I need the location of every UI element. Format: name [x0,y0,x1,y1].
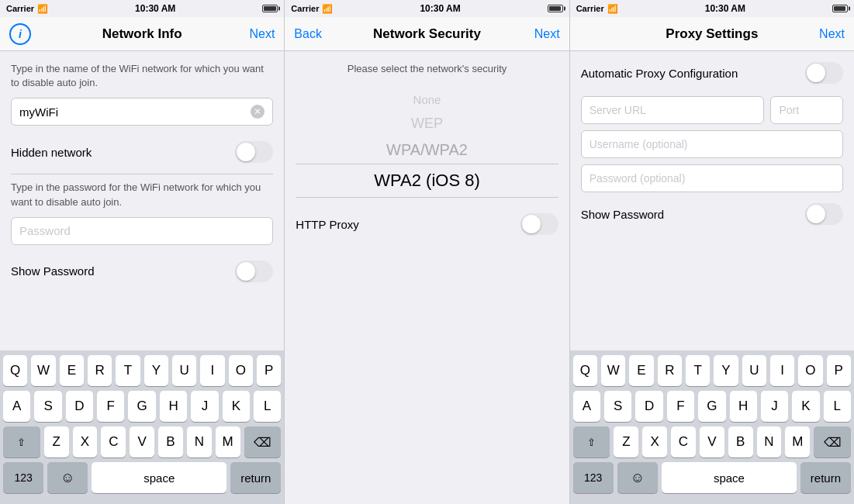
keyboard-row-2-1: A S D F G H J K L [3,391,281,422]
status-left-3: Carrier 📶 [576,4,618,14]
key-t-3[interactable]: T [686,355,710,386]
battery-fill-3 [834,6,845,11]
keyboard-row-3-3: ⇧ Z X C V B N M ⌫ [573,426,851,457]
key-numbers-1[interactable]: 123 [3,462,43,493]
auto-proxy-row: Automatic Proxy Configuration [581,62,843,84]
key-j-1[interactable]: J [191,391,218,422]
key-return-3[interactable]: return [800,462,851,493]
username-input[interactable] [590,138,835,150]
key-o-1[interactable]: O [229,355,253,386]
nav-right-2: Next [498,27,560,41]
server-url-input[interactable] [590,104,756,116]
key-f-3[interactable]: F [667,391,694,422]
key-v-3[interactable]: V [700,426,724,457]
http-proxy-toggle[interactable] [520,213,558,235]
key-e-3[interactable]: E [629,355,653,386]
key-l-3[interactable]: L [824,391,851,422]
key-b-3[interactable]: B [728,426,753,457]
key-x-3[interactable]: X [642,426,667,457]
hidden-network-toggle[interactable] [235,141,273,163]
key-s-3[interactable]: S [604,391,631,422]
key-o-3[interactable]: O [798,355,822,386]
key-r-3[interactable]: R [658,355,682,386]
key-f-1[interactable]: F [97,391,124,422]
key-w-1[interactable]: W [31,355,55,386]
show-password-row-1: Show Password [11,256,273,287]
key-y-1[interactable]: Y [144,355,168,386]
keyboard-row-1-3: Q W E R T Y U I O P [573,355,851,386]
key-p-1[interactable]: P [257,355,281,386]
key-t-1[interactable]: T [116,355,140,386]
key-q-1[interactable]: Q [3,355,27,386]
status-bar-3: Carrier 📶 10:30 AM [570,0,854,17]
key-c-3[interactable]: C [671,426,696,457]
status-bar-2: Carrier 📶 10:30 AM [285,0,569,17]
key-k-3[interactable]: K [792,391,819,422]
key-s-1[interactable]: S [34,391,61,422]
key-w-3[interactable]: W [601,355,625,386]
key-h-3[interactable]: H [730,391,757,422]
key-n-3[interactable]: N [757,426,782,457]
key-delete-3[interactable]: ⌫ [814,426,851,457]
key-c-1[interactable]: C [101,426,126,457]
port-input[interactable] [779,104,835,116]
show-password-toggle-3[interactable] [805,203,843,225]
key-p-3[interactable]: P [827,355,851,386]
security-wpa2[interactable]: WPA2 (iOS 8) [296,164,558,198]
auto-proxy-toggle[interactable] [805,62,843,84]
key-z-3[interactable]: Z [614,426,638,457]
key-m-3[interactable]: M [785,426,810,457]
clear-button-1[interactable]: ✕ [251,105,264,119]
key-b-1[interactable]: B [158,426,183,457]
security-wpa[interactable]: WPA/WPA2 [296,136,558,164]
password-input-1[interactable] [19,224,264,237]
key-a-1[interactable]: A [3,391,30,422]
security-description: Please select the network's security [296,62,558,76]
key-z-1[interactable]: Z [44,426,69,457]
security-wep[interactable]: WEP [296,111,558,136]
key-x-1[interactable]: X [73,426,98,457]
network-name-input[interactable] [19,105,251,119]
key-delete-1[interactable]: ⌫ [244,426,282,457]
security-none[interactable]: None [296,88,558,111]
key-r-1[interactable]: R [88,355,112,386]
key-i-1[interactable]: I [200,355,224,386]
key-space-1[interactable]: space [92,462,226,493]
key-shift-1[interactable]: ⇧ [3,426,40,457]
key-e-1[interactable]: E [60,355,84,386]
key-u-1[interactable]: U [172,355,196,386]
battery-fill-2 [549,6,561,11]
key-emoji-3[interactable]: ☺ [617,462,658,493]
key-v-1[interactable]: V [130,426,154,457]
key-m-1[interactable]: M [216,426,240,457]
key-shift-3[interactable]: ⇧ [573,426,610,457]
key-h-1[interactable]: H [160,391,187,422]
key-d-1[interactable]: D [66,391,93,422]
key-g-3[interactable]: G [698,391,725,422]
key-j-3[interactable]: J [761,391,788,422]
next-button-3[interactable]: Next [806,27,845,41]
next-button-2[interactable]: Next [521,27,560,41]
key-n-1[interactable]: N [187,426,212,457]
key-k-1[interactable]: K [223,391,250,422]
key-numbers-3[interactable]: 123 [573,462,614,493]
key-i-3[interactable]: I [770,355,794,386]
key-a-3[interactable]: A [573,391,600,422]
key-y-3[interactable]: Y [714,355,738,386]
key-l-1[interactable]: L [254,391,281,422]
key-q-3[interactable]: Q [573,355,597,386]
key-d-3[interactable]: D [635,391,662,422]
divider-1 [11,174,273,174]
info-button-1[interactable]: i [9,23,31,45]
next-button-1[interactable]: Next [236,27,275,41]
key-return-1[interactable]: return [230,462,281,493]
proxy-password-input[interactable] [590,172,835,185]
show-password-row-3: Show Password [581,198,843,230]
key-emoji-1[interactable]: ☺ [47,462,88,493]
key-g-1[interactable]: G [128,391,155,422]
show-password-toggle-1[interactable] [235,261,273,282]
key-space-3[interactable]: space [662,462,797,493]
carrier-label-2: Carrier [291,4,319,13]
key-u-3[interactable]: U [742,355,766,386]
back-button-2[interactable]: Back [294,27,333,41]
